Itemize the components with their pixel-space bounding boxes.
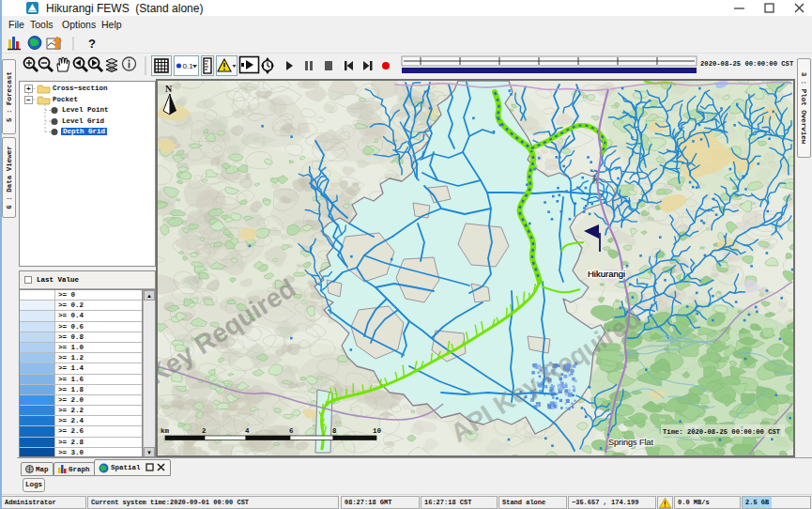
svg-text:Springs Flat: Springs Flat — [608, 438, 654, 447]
svg-text:N: N — [165, 84, 173, 94]
svg-text:?: ? — [88, 37, 96, 51]
svg-text:2: 2 — [202, 427, 207, 435]
svg-text:0.1: 0.1 — [183, 62, 194, 70]
svg-text:km: km — [161, 427, 170, 435]
svg-text:6: 6 — [289, 427, 294, 435]
svg-text:Time: 2020-08-25 00:00:00 CST: Time: 2020-08-25 00:00:00 CST — [663, 428, 781, 436]
svg-text:SH 1: SH 1 — [591, 169, 598, 184]
svg-text:4: 4 — [245, 427, 250, 435]
svg-text:8: 8 — [332, 427, 337, 435]
svg-text:10: 10 — [373, 427, 382, 435]
svg-text:Hikurangi: Hikurangi — [588, 269, 625, 279]
svg-text:2020-08-25 00:00:00 CST: 2020-08-25 00:00:00 CST — [700, 60, 794, 68]
